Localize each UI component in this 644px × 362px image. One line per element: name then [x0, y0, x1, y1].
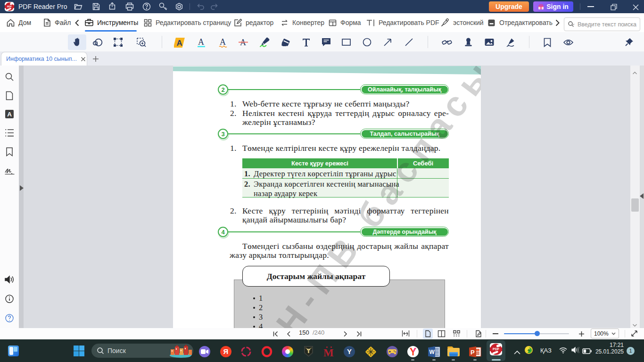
svg-text:A: A: [7, 111, 12, 118]
svg-text:М: М: [323, 347, 334, 358]
svg-text:P: P: [471, 349, 475, 356]
svg-text:A: A: [220, 37, 226, 47]
svg-text:A: A: [198, 37, 204, 47]
svg-text:A: A: [177, 39, 182, 48]
svg-text:W: W: [429, 349, 435, 355]
